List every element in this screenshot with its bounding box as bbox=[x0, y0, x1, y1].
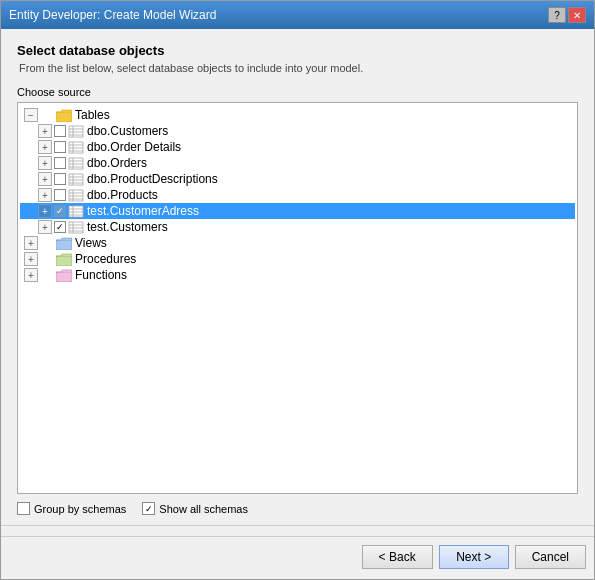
svg-rect-36 bbox=[56, 240, 72, 250]
group-by-schemas-label: Group by schemas bbox=[34, 503, 126, 515]
expand-views-icon[interactable]: + bbox=[24, 236, 38, 250]
table-icon-3 bbox=[68, 157, 84, 170]
next-button[interactable]: Next > bbox=[439, 545, 509, 569]
functions-folder-icon bbox=[56, 269, 72, 282]
content-area: Select database objects From the list be… bbox=[1, 29, 594, 536]
close-button[interactable]: ✕ bbox=[568, 7, 586, 23]
test-customers-label: test.Customers bbox=[87, 220, 168, 234]
checkbox-dbo-order-details[interactable] bbox=[54, 141, 66, 153]
button-bar: < Back Next > Cancel bbox=[1, 536, 594, 579]
expand-dbo-products-icon[interactable]: + bbox=[38, 188, 52, 202]
tree-item-functions[interactable]: + Functions bbox=[20, 267, 575, 283]
choose-source-label: Choose source bbox=[17, 86, 578, 98]
functions-label: Functions bbox=[75, 268, 127, 282]
title-bar: Entity Developer: Create Model Wizard ? … bbox=[1, 1, 594, 29]
tree-item-views[interactable]: + Views bbox=[20, 235, 575, 251]
expand-dbo-prod-desc-icon[interactable]: + bbox=[38, 172, 52, 186]
table-icon bbox=[68, 125, 84, 138]
show-all-schemas-checkbox[interactable] bbox=[142, 502, 155, 515]
table-icon-2 bbox=[68, 141, 84, 154]
group-by-schemas-option[interactable]: Group by schemas bbox=[17, 502, 126, 515]
show-all-schemas-label: Show all schemas bbox=[159, 503, 248, 515]
svg-rect-37 bbox=[56, 256, 72, 266]
tree-item-dbo-orders[interactable]: + dbo.Orders bbox=[20, 155, 575, 171]
checkbox-dbo-prod-desc[interactable] bbox=[54, 173, 66, 185]
expand-test-customers-icon[interactable]: + bbox=[38, 220, 52, 234]
expand-functions-icon[interactable]: + bbox=[24, 268, 38, 282]
expand-dbo-orders-icon[interactable]: + bbox=[38, 156, 52, 170]
checkbox-test-customers[interactable] bbox=[54, 221, 66, 233]
checkbox-placeholder-proc bbox=[40, 252, 54, 266]
separator bbox=[1, 525, 594, 526]
wizard-window: Entity Developer: Create Model Wizard ? … bbox=[0, 0, 595, 580]
tree-panel[interactable]: − Tables + bbox=[17, 102, 578, 494]
checkbox-test-customer-adress[interactable] bbox=[54, 205, 66, 217]
footer-options: Group by schemas Show all schemas bbox=[17, 502, 578, 515]
checkbox-dbo-orders[interactable] bbox=[54, 157, 66, 169]
page-subtitle: From the list below, select database obj… bbox=[17, 62, 578, 74]
back-button[interactable]: < Back bbox=[362, 545, 433, 569]
dbo-orders-label: dbo.Orders bbox=[87, 156, 147, 170]
folder-icon bbox=[56, 109, 72, 122]
dbo-product-desc-label: dbo.ProductDescriptions bbox=[87, 172, 218, 186]
expand-dbo-customers-icon[interactable]: + bbox=[38, 124, 52, 138]
window-title: Entity Developer: Create Model Wizard bbox=[9, 8, 216, 22]
checkbox-placeholder-func bbox=[40, 268, 54, 282]
tables-label: Tables bbox=[75, 108, 110, 122]
table-icon-6 bbox=[68, 205, 84, 218]
tree-item-dbo-order-details[interactable]: + dbo.Order Details bbox=[20, 139, 575, 155]
table-icon-5 bbox=[68, 189, 84, 202]
title-bar-buttons: ? ✕ bbox=[548, 7, 586, 23]
tree-item-procedures[interactable]: + Procedures bbox=[20, 251, 575, 267]
svg-rect-38 bbox=[56, 272, 72, 282]
dbo-products-label: dbo.Products bbox=[87, 188, 158, 202]
tree-item-test-customer-adress[interactable]: + test.CustomerAdress bbox=[20, 203, 575, 219]
show-all-schemas-option[interactable]: Show all schemas bbox=[142, 502, 248, 515]
expand-test-customer-adress-icon[interactable]: + bbox=[38, 204, 52, 218]
expand-procedures-icon[interactable]: + bbox=[24, 252, 38, 266]
tree-item-tables[interactable]: − Tables bbox=[20, 107, 575, 123]
views-label: Views bbox=[75, 236, 107, 250]
table-icon-4 bbox=[68, 173, 84, 186]
procedures-label: Procedures bbox=[75, 252, 136, 266]
checkbox-dbo-customers[interactable] bbox=[54, 125, 66, 137]
svg-rect-0 bbox=[56, 112, 72, 122]
expand-tables-icon[interactable]: − bbox=[24, 108, 38, 122]
cancel-button[interactable]: Cancel bbox=[515, 545, 586, 569]
dbo-customers-label: dbo.Customers bbox=[87, 124, 168, 138]
tree-item-dbo-products[interactable]: + dbo.Products bbox=[20, 187, 575, 203]
tree-item-dbo-product-desc[interactable]: + dbo.ProductDescriptions bbox=[20, 171, 575, 187]
table-icon-7 bbox=[68, 221, 84, 234]
group-by-schemas-checkbox[interactable] bbox=[17, 502, 30, 515]
test-customer-adress-label: test.CustomerAdress bbox=[87, 204, 199, 218]
views-folder-icon bbox=[56, 237, 72, 250]
checkbox-placeholder bbox=[40, 108, 54, 122]
help-button[interactable]: ? bbox=[548, 7, 566, 23]
tree-item-test-customers[interactable]: + test.Customers bbox=[20, 219, 575, 235]
checkbox-dbo-products[interactable] bbox=[54, 189, 66, 201]
page-title: Select database objects bbox=[17, 43, 578, 58]
dbo-order-details-label: dbo.Order Details bbox=[87, 140, 181, 154]
procedures-folder-icon bbox=[56, 253, 72, 266]
checkbox-placeholder-views bbox=[40, 236, 54, 250]
tree-item-dbo-customers[interactable]: + dbo.Customers bbox=[20, 123, 575, 139]
expand-dbo-order-details-icon[interactable]: + bbox=[38, 140, 52, 154]
